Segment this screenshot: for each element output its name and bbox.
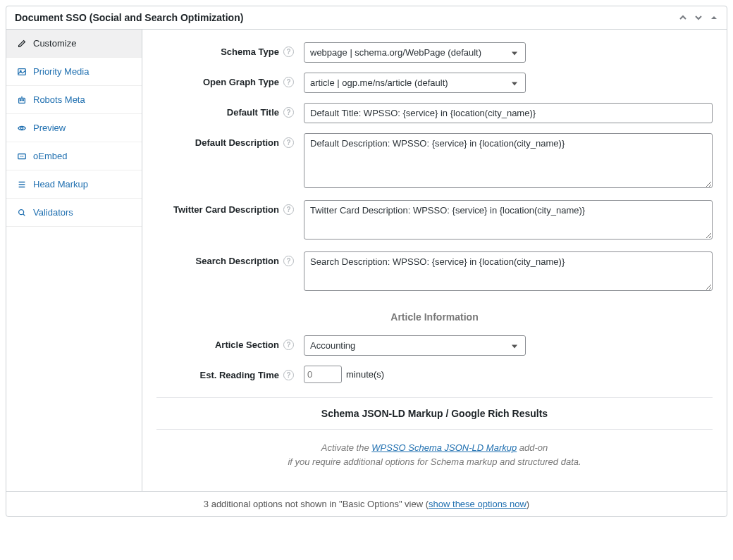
panel-body: Customize Priority Media Robots Meta Pre… xyxy=(6,30,727,491)
schema-json-ld-banner: Schema JSON-LD Markup / Google Rich Resu… xyxy=(156,397,713,430)
tab-head-markup[interactable]: Head Markup xyxy=(6,170,142,199)
svg-point-5 xyxy=(20,127,23,130)
footer-prefix: 3 additional options not shown in "Basic… xyxy=(204,499,429,509)
row-reading-time: Est. Reading Time ? minute(s) xyxy=(156,366,713,383)
help-icon[interactable]: ? xyxy=(283,77,294,87)
panel-down-icon[interactable] xyxy=(694,13,703,22)
search-icon xyxy=(16,208,27,218)
label-text: Search Description xyxy=(196,256,280,266)
tab-customize[interactable]: Customize xyxy=(6,30,142,58)
label-text: Article Section xyxy=(215,340,279,350)
help-icon[interactable]: ? xyxy=(283,137,294,148)
panel-title: Document SSO (Social and Search Optimiza… xyxy=(15,12,243,23)
tab-validators[interactable]: Validators xyxy=(6,199,142,227)
row-twitter-description: Twitter Card Description ? Twitter Card … xyxy=(156,200,713,242)
help-icon[interactable]: ? xyxy=(283,204,294,215)
select-schema-type-wrap: webpage | schema.org/WebPage (default) xyxy=(304,42,526,63)
panel-up-icon[interactable] xyxy=(679,13,687,22)
row-default-description: Default Description ? Default Descriptio… xyxy=(156,133,713,190)
panel-controls xyxy=(679,13,718,22)
row-schema-type: Schema Type ? webpage | schema.org/WebPa… xyxy=(156,42,713,63)
tab-label: Head Markup xyxy=(33,179,88,189)
help-icon[interactable]: ? xyxy=(283,340,294,350)
show-options-link[interactable]: show these options now xyxy=(429,499,526,509)
textarea-twitter-description[interactable]: Twitter Card Description: WPSSO: {servic… xyxy=(304,200,713,239)
image-icon xyxy=(16,67,27,77)
svg-rect-2 xyxy=(19,98,25,103)
label-schema-type: Schema Type ? xyxy=(156,42,294,57)
eye-icon xyxy=(16,123,27,133)
row-default-title: Default Title ? xyxy=(156,103,713,123)
tab-label: Robots Meta xyxy=(33,94,85,105)
label-text: Twitter Card Description xyxy=(173,204,279,215)
row-search-description: Search Description ? Search Description:… xyxy=(156,251,713,293)
tab-oembed[interactable]: oEmbed xyxy=(6,142,142,170)
label-article-section: Article Section ? xyxy=(156,335,294,350)
tab-label: Customize xyxy=(33,38,76,49)
input-default-title[interactable] xyxy=(304,103,713,123)
select-open-graph-type-wrap: article | ogp.me/ns/article (default) xyxy=(304,73,526,93)
tab-label: Validators xyxy=(33,207,73,218)
addon-link[interactable]: WPSSO Schema JSON-LD Markup xyxy=(371,442,517,453)
input-reading-time[interactable] xyxy=(304,366,342,383)
help-icon[interactable]: ? xyxy=(283,256,294,266)
panel-header: Document SSO (Social and Search Optimiza… xyxy=(6,6,727,30)
list-icon xyxy=(16,180,27,189)
label-text: Schema Type xyxy=(221,46,279,57)
label-default-description: Default Description ? xyxy=(156,133,294,148)
sso-panel: Document SSO (Social and Search Optimiza… xyxy=(6,6,727,517)
help-icon[interactable]: ? xyxy=(283,46,294,57)
select-article-section[interactable]: Accounting xyxy=(304,335,526,356)
select-article-section-wrap: Accounting xyxy=(304,335,526,356)
row-open-graph-type: Open Graph Type ? article | ogp.me/ns/ar… xyxy=(156,73,713,93)
tab-label: Priority Media xyxy=(33,66,89,77)
addon-note-suffix: add-on xyxy=(517,442,548,453)
embed-icon xyxy=(16,151,27,161)
addon-note-prefix: Activate the xyxy=(321,442,372,453)
svg-point-3 xyxy=(20,99,21,101)
form-content: Schema Type ? webpage | schema.org/WebPa… xyxy=(142,30,727,491)
tab-label: oEmbed xyxy=(33,151,67,161)
select-schema-type[interactable]: webpage | schema.org/WebPage (default) xyxy=(304,42,526,63)
label-text: Default Title xyxy=(227,107,279,118)
textarea-default-description[interactable]: Default Description: WPSSO: {service} in… xyxy=(304,133,713,188)
tab-list: Customize Priority Media Robots Meta Pre… xyxy=(6,30,142,491)
label-reading-time: Est. Reading Time ? xyxy=(156,366,294,380)
pencil-icon xyxy=(16,39,27,49)
help-icon[interactable]: ? xyxy=(283,107,294,118)
label-default-title: Default Title ? xyxy=(156,103,294,118)
label-search-description: Search Description ? xyxy=(156,251,294,266)
panel-footer: 3 additional options not shown in "Basic… xyxy=(6,491,727,516)
addon-note-line2: if you require additional options for Sc… xyxy=(288,456,581,467)
select-open-graph-type[interactable]: article | ogp.me/ns/article (default) xyxy=(304,73,526,93)
label-text: Default Description xyxy=(195,137,279,148)
help-icon[interactable]: ? xyxy=(283,370,294,380)
label-twitter-description: Twitter Card Description ? xyxy=(156,200,294,215)
robot-icon xyxy=(16,95,27,105)
svg-point-7 xyxy=(19,209,24,214)
addon-note: Activate the WPSSO Schema JSON-LD Markup… xyxy=(156,441,713,468)
svg-point-4 xyxy=(23,99,24,101)
label-text: Est. Reading Time xyxy=(200,370,279,380)
textarea-search-description[interactable]: Search Description: WPSSO: {service} in … xyxy=(304,251,713,291)
tab-robots-meta[interactable]: Robots Meta xyxy=(6,86,142,114)
article-info-heading: Article Information xyxy=(156,311,713,323)
tab-preview[interactable]: Preview xyxy=(6,114,142,142)
label-text: Open Graph Type xyxy=(203,77,279,87)
row-article-section: Article Section ? Accounting xyxy=(156,335,713,356)
reading-time-suffix: minute(s) xyxy=(346,369,384,380)
tab-label: Preview xyxy=(33,123,66,133)
footer-suffix: ) xyxy=(526,499,529,509)
label-open-graph-type: Open Graph Type ? xyxy=(156,73,294,87)
tab-priority-media[interactable]: Priority Media xyxy=(6,58,142,86)
panel-collapse-icon[interactable] xyxy=(710,13,718,22)
